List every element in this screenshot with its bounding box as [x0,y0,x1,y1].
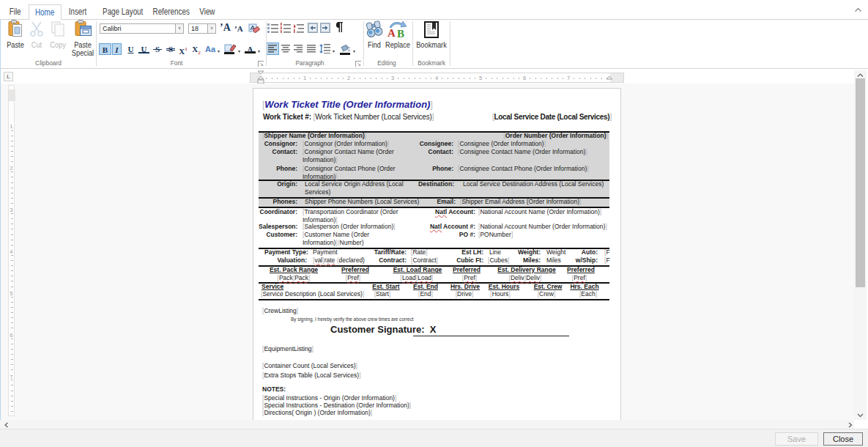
svg-text:B: B [397,28,404,38]
svg-text:A: A [387,27,396,38]
